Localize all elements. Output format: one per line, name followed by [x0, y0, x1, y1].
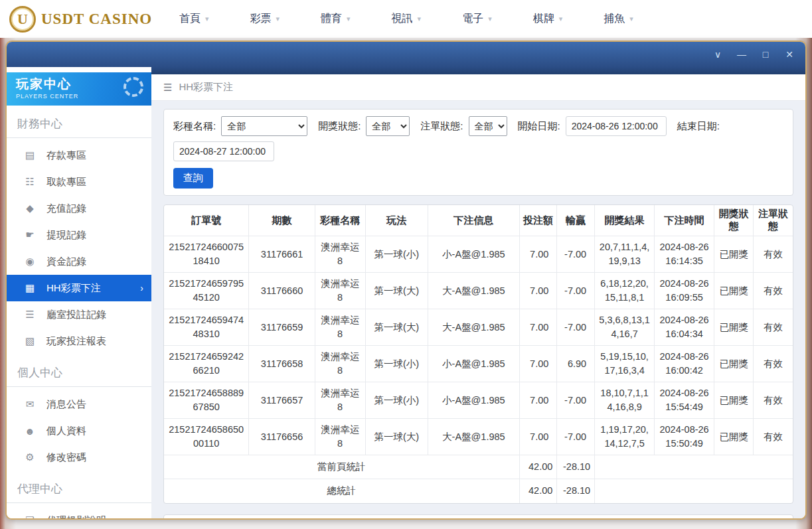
sidebar-item-label: 個人資料: [46, 425, 86, 437]
topnav-item-2[interactable]: 體育▾: [321, 12, 351, 26]
sidebar-item-label: 資金記錄: [46, 256, 86, 268]
topnav-item-1[interactable]: 彩票▾: [250, 12, 280, 26]
player-center-window: ∨ — □ ✕ 玩家中心 PLAYERS CENTER 財務中心▤存款專區›☷取…: [5, 40, 807, 520]
cell-issue-number: 31176660: [249, 273, 315, 309]
column-header-lottery-name: 彩種名稱: [315, 205, 365, 236]
funds-record-icon: ◉: [24, 256, 36, 267]
breadcrumb: ☰ HH彩票下注: [151, 74, 805, 101]
agent-rules-document-icon: ❏: [24, 514, 36, 518]
cell-order-status: 有效: [754, 346, 793, 382]
topnav-item-label: 彩票: [250, 12, 272, 26]
column-header-play-type: 玩法: [365, 205, 428, 236]
cell-bet-time: 2024-08-26 15:50:49: [655, 419, 714, 455]
cell-issue-number: 31176657: [249, 382, 315, 419]
chevron-down-icon: ▾: [629, 15, 633, 23]
start-date-label: 開始日期:: [518, 120, 560, 133]
sidebar-item-agent-rules-document[interactable]: ❏代理規則說明›: [7, 507, 151, 518]
table-footer: 每頁顯示20條 共6条 首页 上一页 1 下一页 第 页 跳转: [163, 514, 793, 518]
sidebar-item-funds-record[interactable]: ◉資金記錄›: [7, 248, 151, 275]
sidebar-subtitle: PLAYERS CENTER: [16, 93, 142, 100]
grand-total-row-label: 總統計: [164, 479, 519, 503]
window-minimize-icon[interactable]: —: [736, 49, 747, 60]
sidebar-item-label: 提現記錄: [46, 229, 86, 242]
sidebar-item-announcement-bell[interactable]: ✉消息公告›: [7, 391, 151, 417]
start-date-input[interactable]: [566, 116, 667, 136]
window-collapse-icon[interactable]: ∨: [712, 49, 723, 60]
order-status-select[interactable]: 全部: [469, 116, 507, 136]
sidebar-item-gear[interactable]: ⚙修改密碼›: [7, 444, 151, 471]
cell-win-loss: -7.00: [557, 382, 595, 419]
cell-bet-info: 大-A盤@1.985: [428, 309, 519, 346]
table-row: 215217246586500011031176656澳洲幸运8第一球(大)大-…: [164, 419, 793, 455]
sidebar-item-user-profile[interactable]: ☻個人資料›: [7, 417, 151, 444]
page-total-row: 當前頁統計42.00-28.10: [164, 455, 793, 479]
player-bet-report-icon: ▧: [24, 335, 36, 347]
window-maximize-icon[interactable]: □: [760, 49, 771, 60]
chevron-down-icon: ▾: [205, 15, 209, 23]
top-navigation: U USDT CASINO 首頁▾彩票▾體育▾視訊▾電子▾棋牌▾捕魚▾: [0, 0, 812, 38]
column-header-bet-amount: 投注額: [519, 205, 557, 236]
sidebar-item-hall-bet-record[interactable]: ☰廳室投註記錄›: [7, 301, 151, 328]
window-close-icon[interactable]: ✕: [784, 49, 795, 60]
sidebar-item-label: 消息公告: [46, 398, 86, 411]
page-total-row-win-loss: -28.10: [557, 455, 595, 479]
sidebar-item-lottery-bet[interactable]: ▦HH彩票下注›: [7, 275, 151, 301]
cell-bet-info: 小-A盤@1.985: [428, 236, 519, 273]
poker-chip-icon: [123, 77, 143, 97]
cell-bet-amount: 7.00: [519, 273, 557, 309]
draw-status-select[interactable]: 全部: [366, 116, 410, 136]
cell-order-status: 有效: [754, 382, 793, 419]
site-logo[interactable]: U USDT CASINO: [9, 6, 159, 33]
cell-bet-time: 2024-08-26 16:04:34: [655, 309, 714, 346]
gear-icon: ⚙: [24, 451, 36, 463]
cell-bet-amount: 7.00: [519, 419, 557, 455]
topnav-item-0[interactable]: 首頁▾: [179, 12, 209, 26]
cell-draw-status: 已開獎: [714, 382, 754, 419]
end-date-input[interactable]: [173, 141, 274, 161]
cell-win-loss: 6.90: [557, 346, 595, 382]
menu-toggle-icon[interactable]: ☰: [163, 82, 172, 94]
column-header-draw-status: 開獎狀態: [714, 205, 754, 236]
topnav-item-6[interactable]: 捕魚▾: [604, 12, 633, 26]
cell-bet-info: 大-A盤@1.985: [428, 419, 519, 455]
column-header-order-no: 訂單號: [164, 205, 249, 236]
chevron-down-icon: ▾: [418, 15, 422, 23]
page-title: HH彩票下注: [179, 81, 233, 94]
chevron-down-icon: ▾: [559, 15, 563, 23]
cell-bet-time: 2024-08-26 16:00:42: [655, 346, 714, 382]
sidebar-item-withdrawal-record[interactable]: ☛提現記錄›: [7, 222, 151, 248]
page-total-row-label: 當前頁統計: [164, 455, 519, 479]
query-button[interactable]: 查詢: [173, 168, 213, 189]
recharge-record-icon: ◆: [24, 202, 36, 214]
topnav-item-3[interactable]: 視訊▾: [392, 12, 422, 26]
cell-issue-number: 31176661: [249, 236, 315, 273]
topnav-item-4[interactable]: 電子▾: [462, 12, 492, 26]
announcement-bell-icon: ✉: [24, 398, 36, 410]
cell-order-status: 有效: [754, 419, 793, 455]
sidebar-item-player-bet-report[interactable]: ▧玩家投注報表›: [7, 328, 151, 354]
sidebar-item-label: HH彩票下注: [46, 282, 101, 295]
lottery-name-select[interactable]: 全部: [221, 116, 307, 136]
sidebar-item-label: 玩家投注報表: [46, 335, 106, 348]
grand-total-row: 總統計42.00-28.10: [164, 479, 793, 503]
draw-status-label: 開獎狀態:: [318, 120, 361, 133]
page-total-row-empty: [595, 455, 793, 479]
sidebar-item-label: 充值記錄: [46, 202, 86, 215]
topnav-item-5[interactable]: 棋牌▾: [533, 12, 563, 26]
chevron-right-icon: ›: [140, 283, 143, 293]
sidebar-item-deposit[interactable]: ▤存款專區›: [7, 142, 151, 169]
sidebar-item-label: 取款專區: [46, 176, 86, 189]
cell-order-no: 2152172465947448310: [164, 309, 249, 346]
sidebar-section-header-2: 代理中心: [7, 471, 151, 503]
logo-icon: U: [9, 6, 36, 33]
cell-draw-status: 已開獎: [714, 273, 754, 309]
table-row: 215217246600751841031176661澳洲幸运8第一球(小)小-…: [164, 236, 793, 273]
sidebar-item-recharge-record[interactable]: ◆充值記錄›: [7, 195, 151, 222]
sidebar-section-header-0: 財務中心: [7, 106, 151, 138]
column-header-issue-number: 期數: [249, 205, 315, 236]
cell-play-type: 第一球(小): [365, 346, 428, 382]
cell-order-status: 有效: [754, 236, 793, 273]
column-header-draw-result: 開獎結果: [595, 205, 655, 236]
bet-table-panel: 訂單號期數彩種名稱玩法下注信息投注額輸贏開獎結果下注時間開獎狀態注單狀態 215…: [163, 204, 793, 504]
sidebar-item-withdraw[interactable]: ☷取款專區›: [7, 169, 151, 195]
